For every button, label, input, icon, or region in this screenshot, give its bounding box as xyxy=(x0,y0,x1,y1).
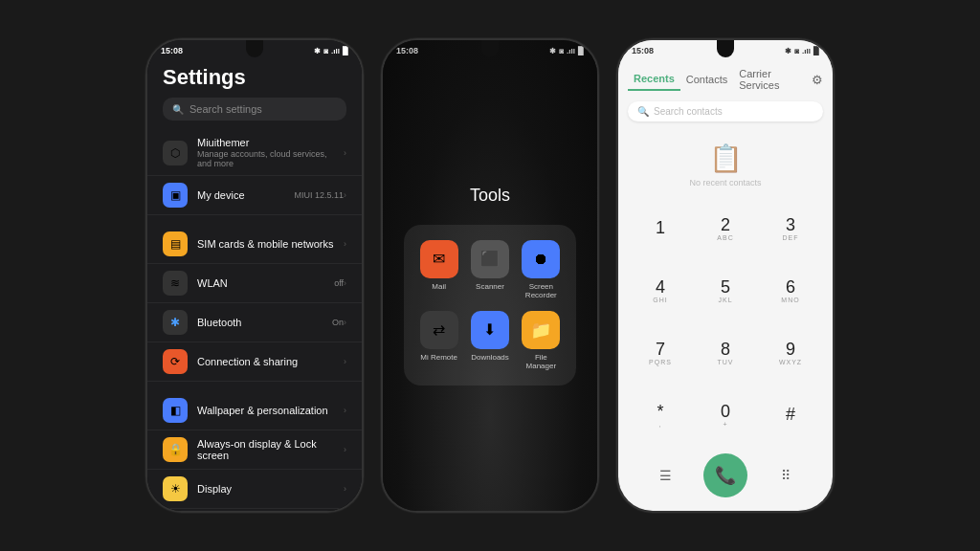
dialer-screen: 15:08 ✱ ◙ .ıll ▉ Recents Contacts Carrie… xyxy=(618,40,833,511)
home-screen: 15:08 ✱ ◙ .ıll ▉ Tools ✉ Mail ⬛ Scanner xyxy=(383,40,597,511)
simcards-icon: ▤ xyxy=(163,231,188,256)
miremote-label: Mi Remote xyxy=(420,353,457,362)
settings-item-bluetooth[interactable]: ✱ Bluetooth On › xyxy=(147,303,362,342)
bluetooth-status: On xyxy=(332,318,344,327)
dial-key-1[interactable]: 1 xyxy=(628,197,693,259)
voicemail-button[interactable]: ☰ xyxy=(648,458,682,493)
apps-grid: ✉ Mail ⬛ Scanner ⏺ Screen Recorder ⇄ Mi … xyxy=(404,225,576,386)
bluetooth-icon: ✱ xyxy=(163,310,188,335)
dial-key-9[interactable]: 9WXYZ xyxy=(758,321,823,384)
wallpaper-text: Wallpaper & personalization xyxy=(197,405,344,416)
settings-item-miuithemer[interactable]: ⬡ Miuithemer Manage accounts, cloud serv… xyxy=(147,130,362,176)
search-icon-1: 🔍 xyxy=(172,104,184,115)
search-placeholder-3: Search contacts xyxy=(654,106,723,117)
dialer-bottom: ☰ 📞 ⠿ xyxy=(618,446,833,511)
tab-contacts[interactable]: Contacts xyxy=(680,69,733,90)
chevron-icon: › xyxy=(344,278,346,288)
tools-title: Tools xyxy=(470,186,510,206)
chevron-icon: › xyxy=(344,357,346,366)
miuithemer-icon: ⬡ xyxy=(163,141,188,165)
app-downloads[interactable]: ⬇ Downloads xyxy=(470,311,509,370)
no-contacts-area: 📋 No recent contacts xyxy=(618,127,833,197)
dialpad: 1 2ABC 3DEF 4GHI 5JKL 6MNO 7PQRS 8TUV 9W… xyxy=(618,197,833,446)
chevron-icon: › xyxy=(344,318,346,327)
screenrecorder-label: Screen Recorder xyxy=(522,282,561,299)
wallpaper-icon: ◧ xyxy=(163,398,188,423)
filemanager-label: File Manager xyxy=(522,353,561,370)
settings-item-simcards[interactable]: ▤ SIM cards & mobile networks › xyxy=(147,225,362,264)
settings-item-connection[interactable]: ⟳ Connection & sharing › xyxy=(147,342,362,382)
app-filemanager[interactable]: 📁 File Manager xyxy=(522,311,561,370)
dial-key-5[interactable]: 5JKL xyxy=(693,259,758,321)
connection-text: Connection & sharing xyxy=(197,356,344,367)
settings-item-mydevice[interactable]: ▣ My device MIUI 12.5.11 › xyxy=(147,176,362,215)
dialer-search-bar[interactable]: 🔍 Search contacts xyxy=(628,101,823,121)
simcards-text: SIM cards & mobile networks xyxy=(197,238,344,250)
dial-key-7[interactable]: 7PQRS xyxy=(628,321,693,384)
phone-settings: 15:08 ✱ ◙ .ıll ▉ Settings 🔍 Search setti… xyxy=(145,38,364,513)
section-gap-1 xyxy=(147,215,362,225)
dial-key-star[interactable]: *, xyxy=(628,384,693,446)
miremote-icon: ⇄ xyxy=(420,311,458,349)
scanner-label: Scanner xyxy=(476,282,504,291)
call-button[interactable]: 📞 xyxy=(703,453,747,497)
chevron-icon: › xyxy=(344,484,346,494)
search-icon-3: 🔍 xyxy=(637,106,649,117)
chevron-icon: › xyxy=(344,148,346,158)
settings-item-wlan[interactable]: ≋ WLAN off › xyxy=(147,264,362,303)
settings-item-display[interactable]: ☀ Display › xyxy=(147,470,362,509)
bluetooth-text: Bluetooth xyxy=(197,317,328,328)
downloads-icon: ⬇ xyxy=(471,311,509,349)
tools-folder: Tools ✉ Mail ⬛ Scanner ⏺ Screen Recorder xyxy=(383,59,597,511)
status-icons-3: ✱ ◙ .ıll ▉ xyxy=(785,47,819,55)
screenrecorder-icon: ⏺ xyxy=(522,240,560,278)
dial-key-0[interactable]: 0+ xyxy=(693,384,758,446)
mail-label: Mail xyxy=(432,282,446,291)
miuithemer-text: Miuithemer Manage accounts, cloud servic… xyxy=(197,137,344,168)
notch-3 xyxy=(717,40,734,57)
notch xyxy=(246,40,263,57)
settings-item-aod[interactable]: 🔒 Always-on display & Lock screen › xyxy=(147,430,362,470)
no-contacts-text: No recent contacts xyxy=(689,178,761,187)
status-icons-2: ✱ ◙ .ıll ▉ xyxy=(549,47,584,55)
gear-icon[interactable]: ⚙ xyxy=(812,73,823,87)
aod-icon: 🔒 xyxy=(163,437,188,462)
aod-text: Always-on display & Lock screen xyxy=(197,438,344,461)
mail-icon: ✉ xyxy=(420,240,458,278)
wlan-text: WLAN xyxy=(197,277,330,289)
dial-key-hash[interactable]: # xyxy=(758,384,823,446)
mydevice-icon: ▣ xyxy=(163,183,188,208)
dialer-tabs: Recents Contacts Carrier Services ⚙ xyxy=(618,59,833,96)
dial-key-3[interactable]: 3DEF xyxy=(758,197,823,259)
keypad-button[interactable]: ⠿ xyxy=(768,458,803,493)
chevron-icon: › xyxy=(344,445,346,454)
dial-key-6[interactable]: 6MNO xyxy=(758,259,823,321)
time-2: 15:08 xyxy=(396,46,418,55)
tab-recents[interactable]: Recents xyxy=(628,68,680,91)
wlan-icon: ≋ xyxy=(163,271,188,296)
dial-key-8[interactable]: 8TUV xyxy=(693,321,758,384)
app-mail[interactable]: ✉ Mail xyxy=(419,240,458,299)
tab-carrierservices[interactable]: Carrier Services xyxy=(733,63,812,96)
status-icons-1: ✱ ◙ .ıll ▉ xyxy=(314,47,348,55)
dial-key-2[interactable]: 2ABC xyxy=(693,197,758,259)
scanner-icon: ⬛ xyxy=(471,240,509,278)
settings-search-bar[interactable]: 🔍 Search settings xyxy=(163,98,346,121)
no-contacts-icon: 📋 xyxy=(709,143,743,174)
app-miremote[interactable]: ⇄ Mi Remote xyxy=(419,311,458,370)
chevron-icon: › xyxy=(344,239,346,249)
dial-key-4[interactable]: 4GHI xyxy=(628,259,693,321)
display-text: Display xyxy=(197,483,344,495)
chevron-icon: › xyxy=(344,190,346,200)
app-screenrecorder[interactable]: ⏺ Screen Recorder xyxy=(522,240,561,299)
settings-title: Settings xyxy=(147,59,362,98)
app-scanner[interactable]: ⬛ Scanner xyxy=(470,240,509,299)
connection-icon: ⟳ xyxy=(163,349,188,374)
settings-item-wallpaper[interactable]: ◧ Wallpaper & personalization › xyxy=(147,391,362,430)
wlan-status: off xyxy=(334,278,344,288)
phone-dialer: 15:08 ✱ ◙ .ıll ▉ Recents Contacts Carrie… xyxy=(616,38,835,513)
section-gap-2 xyxy=(147,382,362,391)
mydevice-version: MIUI 12.5.11 xyxy=(294,190,344,200)
time-3: 15:08 xyxy=(632,46,654,55)
settings-screen: 15:08 ✱ ◙ .ıll ▉ Settings 🔍 Search setti… xyxy=(147,40,362,511)
